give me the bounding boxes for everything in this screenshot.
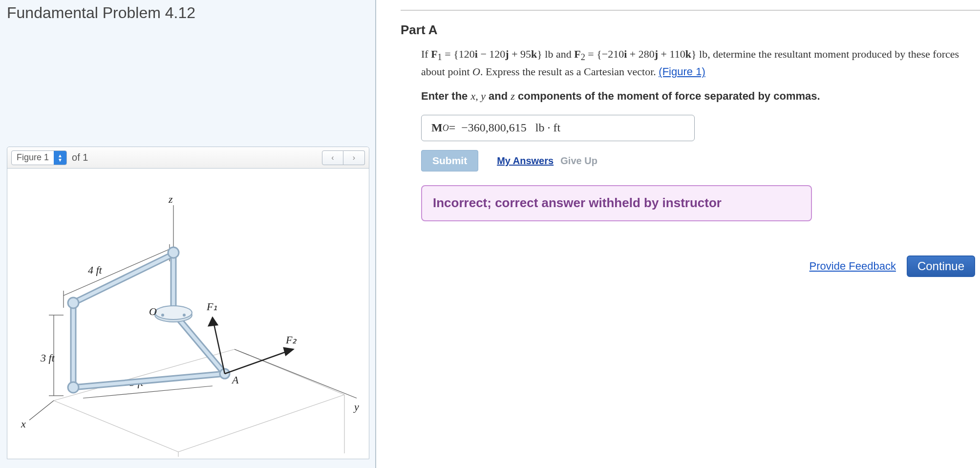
svg-line-2: [29, 401, 54, 420]
updown-icon: ▲▼: [54, 151, 66, 165]
axis-y-label: y: [353, 401, 359, 413]
svg-line-3: [64, 249, 170, 296]
left-panel: Fundamental Problem 4.12 Figure 1 ▲▼ of …: [0, 0, 376, 468]
figure-panel: Figure 1 ▲▼ of 1 ‹ ›: [7, 147, 369, 459]
svg-line-13: [73, 254, 173, 303]
figure-svg: z y x 4 ft: [7, 169, 370, 457]
figure-prev-button[interactable]: ‹: [322, 150, 343, 165]
right-panel: Part A If F1 = {120i − 120j + 95k} lb an…: [401, 0, 980, 468]
svg-point-26: [68, 382, 79, 393]
problem-title: Fundamental Problem 4.12: [7, 4, 195, 22]
svg-line-1: [234, 349, 357, 398]
svg-point-24: [168, 247, 179, 258]
svg-point-21: [155, 306, 192, 319]
axis-z-label: z: [168, 193, 173, 205]
dim-3ft: 3 ft: [40, 352, 55, 364]
prompt-block: If F1 = {120i − 120j + 95k} lb and F2 = …: [421, 46, 980, 221]
svg-point-25: [68, 298, 79, 308]
submit-button[interactable]: Submit: [421, 150, 478, 171]
figure-selector-label: Figure 1: [12, 152, 54, 163]
footer-row: Provide Feedback Continue: [401, 255, 980, 277]
provide-feedback-link[interactable]: Provide Feedback: [810, 260, 896, 273]
svg-point-23: [183, 314, 186, 317]
answer-subscript: O: [443, 122, 449, 134]
continue-button[interactable]: Continue: [907, 255, 975, 277]
answer-value: −360,800,615: [461, 119, 527, 136]
svg-point-22: [161, 314, 164, 317]
force-F2-label: F₂: [285, 334, 297, 346]
figure-count-label: of 1: [72, 152, 88, 163]
svg-marker-31: [284, 348, 293, 355]
svg-line-17: [73, 374, 225, 387]
feedback-message: Incorrect; correct answer withheld by in…: [421, 185, 812, 221]
enter-instruction: Enter the x, y and z components of the m…: [421, 88, 980, 104]
figure-header: Figure 1 ▲▼ of 1 ‹ ›: [7, 147, 369, 169]
answer-equals: =: [449, 119, 456, 136]
figure-selector[interactable]: Figure 1 ▲▼: [11, 150, 67, 165]
point-O-label: O: [149, 305, 157, 318]
chevron-left-icon: ‹: [331, 153, 334, 162]
part-heading: Part A: [401, 22, 980, 38]
answer-display[interactable]: MO = −360,800,615 lb · ft: [421, 115, 695, 141]
point-A-label: A: [231, 374, 239, 386]
button-row: Submit My Answers Give Up: [421, 150, 980, 171]
svg-marker-29: [209, 318, 217, 326]
my-answers-link[interactable]: My Answers: [497, 155, 554, 166]
give-up-link[interactable]: Give Up: [560, 155, 597, 166]
force-F1-label: F₁: [206, 300, 217, 313]
figure-link[interactable]: (Figure 1): [659, 65, 705, 78]
dim-4ft: 4 ft: [88, 264, 103, 276]
answer-units: lb · ft: [535, 119, 560, 136]
figure-body: z y x 4 ft: [7, 169, 369, 457]
svg-line-30: [225, 349, 293, 374]
divider: [401, 10, 980, 11]
axis-x-label: x: [21, 418, 26, 430]
chevron-right-icon: ›: [353, 153, 355, 162]
figure-next-button[interactable]: ›: [343, 150, 365, 165]
answer-symbol: M: [431, 119, 443, 136]
figure-nav: ‹ ›: [322, 150, 365, 165]
